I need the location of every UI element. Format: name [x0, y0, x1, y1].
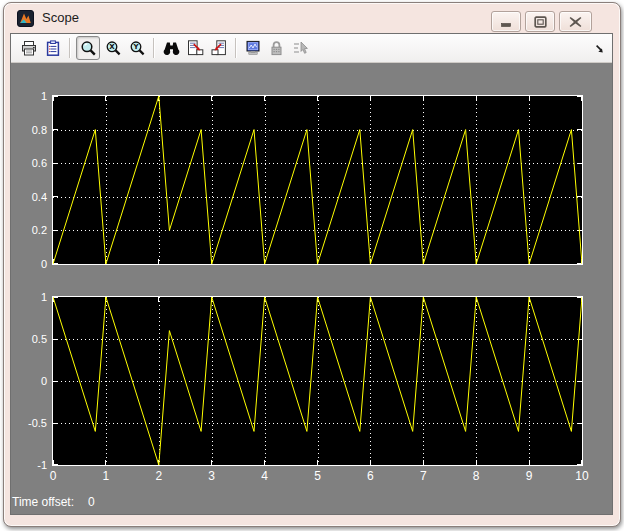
svg-text:X: X	[109, 43, 115, 51]
x-tick-label: 5	[306, 470, 330, 483]
floating-scope-button[interactable]	[242, 37, 264, 59]
y-tick-label: 0.4	[7, 191, 47, 203]
restore-axes-icon	[211, 40, 228, 57]
time-offset-value: 0	[88, 495, 95, 509]
x-tick-label: 10	[570, 470, 594, 483]
screen: Scope XY Time offset:0 00.20.40.60.81-1-…	[0, 0, 624, 531]
lower-axes-plot[interactable]	[52, 296, 583, 466]
x-tick-label: 0	[41, 470, 65, 483]
x-tick-label: 7	[411, 470, 435, 483]
y-tick-label: 0.6	[7, 157, 47, 169]
close-button[interactable]	[559, 11, 592, 32]
restore-axes-settings-button[interactable]	[208, 37, 230, 59]
save-axes-icon	[187, 40, 204, 57]
scope-app-icon	[17, 10, 34, 27]
autoscale-button[interactable]	[160, 37, 182, 59]
toolbar-overflow-arrow-icon[interactable]	[595, 44, 605, 54]
toolbar-separator	[153, 38, 155, 58]
time-offset-label: Time offset:	[12, 495, 74, 509]
upper-axes-plot[interactable]	[52, 95, 583, 265]
maximize-button[interactable]	[525, 11, 555, 32]
lock-icon	[269, 40, 286, 57]
window-title: Scope	[42, 10, 79, 25]
maximize-icon	[534, 16, 547, 28]
y-tick-label: 0	[7, 375, 47, 387]
close-icon	[569, 16, 582, 28]
zoom-x-icon: X	[105, 40, 122, 57]
minimize-button[interactable]	[491, 11, 521, 32]
y-tick-label: 0.5	[7, 333, 47, 345]
zoom-y-icon: Y	[129, 40, 146, 57]
binoculars-icon	[163, 40, 180, 57]
x-tick-label: 3	[200, 470, 224, 483]
y-tick-label: 0.8	[7, 124, 47, 136]
parameters-button[interactable]	[42, 37, 64, 59]
zoom-icon	[80, 40, 97, 57]
time-offset-status: Time offset:0	[12, 495, 95, 509]
zoom-x-axis-button[interactable]: X	[102, 37, 124, 59]
x-tick-label: 8	[464, 470, 488, 483]
window-controls	[491, 11, 592, 32]
print-button[interactable]	[18, 37, 40, 59]
title-bar[interactable]: Scope	[4, 3, 620, 33]
toolbar-separator	[69, 38, 71, 58]
save-axes-settings-button[interactable]	[184, 37, 206, 59]
signal-selection-button	[290, 37, 312, 59]
zoom-y-axis-button[interactable]: Y	[126, 37, 148, 59]
y-tick-label: 0.2	[7, 224, 47, 236]
toolbar: XY	[11, 34, 612, 63]
x-tick-label: 6	[358, 470, 382, 483]
x-tick-label: 9	[517, 470, 541, 483]
zoom-button[interactable]	[76, 36, 100, 60]
floating-scope-icon	[245, 40, 262, 57]
minimize-icon	[500, 16, 512, 28]
signal-selection-icon	[293, 40, 310, 57]
printer-icon	[21, 40, 38, 57]
scope-window: Scope XY Time offset:0 00.20.40.60.81-1-…	[3, 2, 621, 527]
y-tick-label: 0	[7, 258, 47, 270]
y-tick-label: -0.5	[7, 417, 47, 429]
toolbar-separator	[235, 38, 237, 58]
y-tick-label: 1	[7, 291, 47, 303]
x-tick-label: 4	[253, 470, 277, 483]
parameters-icon	[45, 40, 62, 57]
lock-axes-button	[266, 37, 288, 59]
y-tick-label: 1	[7, 90, 47, 102]
svg-text:Y: Y	[132, 43, 139, 51]
x-tick-label: 2	[147, 470, 171, 483]
x-tick-label: 1	[94, 470, 118, 483]
